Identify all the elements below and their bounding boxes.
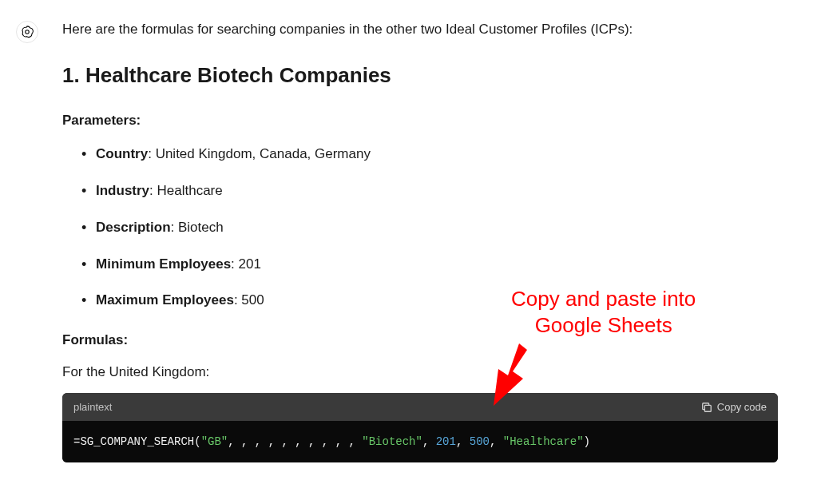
copy-code-label: Copy code: [717, 401, 767, 413]
svg-marker-2: [494, 343, 527, 406]
param-value: Healthcare: [157, 183, 223, 198]
param-name: Description: [96, 220, 171, 235]
list-item: Minimum Employees: 201: [81, 255, 778, 274]
code-header: plaintext Copy code: [62, 393, 778, 421]
code-content[interactable]: =SG_COMPANY_SEARCH("GB", , , , , , , , ,…: [62, 421, 778, 462]
param-name: Minimum Employees: [96, 256, 231, 272]
svg-point-0: [26, 30, 30, 34]
annotation-arrow-icon: [479, 335, 543, 415]
copy-code-button[interactable]: Copy code: [701, 401, 767, 413]
message-content: Here are the formulas for searching comp…: [62, 19, 797, 472]
param-name: Maximum Employees: [96, 292, 234, 308]
param-value: Biotech: [178, 220, 224, 235]
openai-logo-icon: [20, 25, 34, 39]
formula-context: For the United Kingdom:: [62, 364, 778, 380]
svg-rect-1: [704, 405, 711, 411]
code-language-label: plaintext: [73, 401, 112, 413]
parameters-list: Country: United Kingdom, Canada, Germany…: [62, 145, 778, 310]
assistant-avatar: [16, 21, 38, 43]
intro-text: Here are the formulas for searching comp…: [62, 19, 778, 40]
param-value: United Kingdom, Canada, Germany: [156, 146, 371, 161]
code-block: plaintext Copy code =SG_COMPANY_SEARCH("…: [62, 393, 778, 462]
list-item: Country: United Kingdom, Canada, Germany: [81, 145, 778, 164]
formulas-label: Formulas:: [62, 332, 778, 348]
section-heading: 1. Healthcare Biotech Companies: [62, 62, 778, 89]
param-value: 201: [239, 256, 261, 272]
list-item: Industry: Healthcare: [81, 181, 778, 200]
parameters-label: Parameters:: [62, 113, 778, 129]
list-item: Maximum Employees: 500: [81, 291, 778, 310]
param-name: Industry: [96, 183, 149, 198]
list-item: Description: Biotech: [81, 218, 778, 237]
param-value: 500: [241, 292, 264, 308]
param-name: Country: [96, 146, 148, 161]
copy-icon: [701, 402, 712, 413]
